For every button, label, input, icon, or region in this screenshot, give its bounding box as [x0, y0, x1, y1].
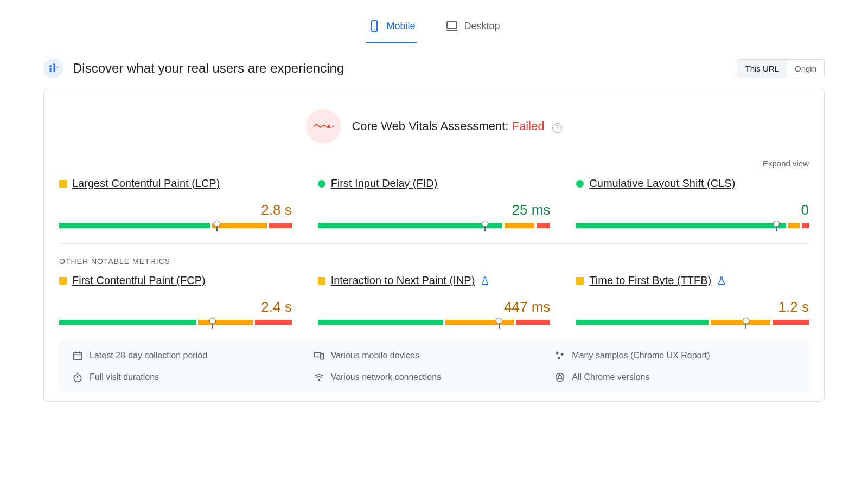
metric-cls-gauge [576, 223, 809, 228]
desktop-icon [445, 20, 458, 33]
metric-lcp: Largest Contentful Paint (LCP) 2.8 s [59, 177, 292, 228]
chrome-ux-report-link[interactable]: Chrome UX Report [633, 351, 707, 360]
status-square-icon [576, 277, 584, 285]
gauge-needs-improvement [198, 320, 253, 325]
wifi-icon [314, 372, 324, 383]
gauge-marker-icon [497, 318, 501, 327]
expand-view-link[interactable]: Expand view [763, 159, 809, 168]
metric-fcp: First Contentful Paint (FCP) 2.4 s [59, 274, 292, 325]
gauge-needs-improvement [505, 223, 534, 228]
status-square-icon [59, 277, 67, 285]
gauge-poor [802, 223, 809, 228]
samples-icon [554, 350, 565, 361]
gauge-good [318, 320, 443, 325]
gauge-needs-improvement [711, 320, 770, 325]
footer-network: Various network connections [314, 372, 555, 383]
svg-rect-10 [332, 126, 334, 127]
tab-mobile[interactable]: Mobile [366, 13, 417, 43]
help-icon[interactable]: ? [552, 123, 562, 133]
gauge-poor [537, 223, 550, 228]
field-data-card: Core Web Vitals Assessment: Failed ? Exp… [43, 89, 825, 402]
gauge-good [59, 223, 210, 228]
gauge-marker-icon [483, 221, 487, 230]
svg-point-4 [49, 65, 52, 67]
metric-lcp-value: 2.8 s [59, 202, 292, 218]
status-dot-icon [318, 180, 326, 188]
assessment-fail-icon [306, 109, 341, 144]
calendar-icon [72, 350, 83, 361]
metric-fid-name-link[interactable]: First Input Delay (FID) [331, 177, 438, 190]
devices-icon [314, 350, 324, 361]
other-metrics-grid: First Contentful Paint (FCP) 2.4 s Inter… [59, 274, 809, 325]
gauge-good [576, 320, 709, 325]
metric-lcp-name-link[interactable]: Largest Contentful Paint (LCP) [72, 177, 220, 190]
scope-toggle: This URL Origin [737, 59, 825, 78]
footer-devices: Various mobile devices [314, 350, 555, 361]
assessment-label: Core Web Vitals Assessment: [352, 119, 508, 133]
assessment-status: Failed [512, 119, 545, 133]
gauge-poor [269, 223, 292, 228]
metric-fid: First Input Delay (FID) 25 ms [318, 177, 551, 228]
svg-marker-9 [327, 124, 331, 128]
gauge-good [318, 223, 503, 228]
footer-versions: All Chrome versions [554, 372, 796, 383]
experimental-icon [480, 276, 490, 286]
metric-cls-name-link[interactable]: Cumulative Layout Shift (CLS) [589, 177, 735, 190]
other-metrics-label: OTHER NOTABLE METRICS [59, 257, 809, 266]
device-tabs: Mobile Desktop [43, 0, 825, 43]
experimental-icon [717, 276, 726, 286]
svg-point-8 [56, 66, 59, 68]
svg-line-28 [557, 378, 558, 380]
gauge-needs-improvement [445, 320, 514, 325]
gauge-marker-icon [744, 318, 748, 327]
gauge-marker-icon [774, 221, 778, 230]
page-title: Discover what your real users are experi… [73, 61, 344, 76]
metric-inp-value: 447 ms [318, 299, 551, 315]
gauge-good [59, 320, 196, 325]
stopwatch-icon [72, 372, 83, 383]
scope-this-url-button[interactable]: This URL [737, 60, 787, 78]
svg-rect-7 [54, 66, 55, 72]
gauge-good [576, 223, 786, 228]
metric-inp: Interaction to Next Paint (INP) 447 ms [318, 274, 551, 325]
svg-rect-11 [74, 352, 82, 359]
mobile-icon [368, 20, 381, 33]
svg-rect-2 [447, 22, 457, 28]
status-square-icon [318, 277, 326, 285]
metric-cls: Cumulative Layout Shift (CLS) 0 [576, 177, 809, 228]
crux-icon [43, 59, 63, 78]
svg-point-17 [556, 352, 559, 355]
gauge-marker-icon [210, 318, 215, 327]
metric-cls-value: 0 [576, 202, 809, 218]
metric-inp-name-link[interactable]: Interaction to Next Paint (INP) [331, 274, 475, 287]
metric-inp-gauge [318, 320, 551, 325]
gauge-poor [255, 320, 291, 325]
gauge-marker-icon [215, 221, 219, 230]
footer-period: Latest 28-day collection period [72, 350, 314, 361]
footer-samples: Many samples (Chrome UX Report) [554, 350, 796, 361]
scope-origin-button[interactable]: Origin [787, 60, 824, 78]
metric-fcp-name-link[interactable]: First Contentful Paint (FCP) [72, 274, 206, 287]
metric-fcp-gauge [59, 320, 292, 325]
footer-durations: Full visit durations [72, 372, 314, 383]
metric-fid-gauge [318, 223, 551, 228]
gauge-poor [516, 320, 550, 325]
gauge-needs-improvement [788, 223, 800, 228]
svg-rect-15 [314, 352, 321, 357]
assessment-text: Core Web Vitals Assessment: Failed ? [352, 119, 561, 133]
metric-fid-value: 25 ms [318, 202, 551, 218]
status-square-icon [59, 180, 67, 188]
gauge-poor [773, 320, 809, 325]
divider [59, 243, 809, 244]
metric-ttfb: Time to First Byte (TTFB) 1.2 s [576, 274, 809, 325]
tab-desktop[interactable]: Desktop [443, 13, 502, 43]
metric-lcp-gauge [59, 223, 292, 228]
svg-point-19 [558, 357, 560, 359]
metric-fcp-value: 2.4 s [59, 299, 292, 315]
svg-line-27 [561, 378, 563, 380]
metric-ttfb-value: 1.2 s [576, 299, 809, 315]
metric-ttfb-name-link[interactable]: Time to First Byte (TTFB) [589, 274, 711, 287]
tab-desktop-label: Desktop [464, 21, 500, 32]
core-metrics-grid: Largest Contentful Paint (LCP) 2.8 s Fir… [59, 177, 809, 228]
status-dot-icon [576, 180, 584, 188]
